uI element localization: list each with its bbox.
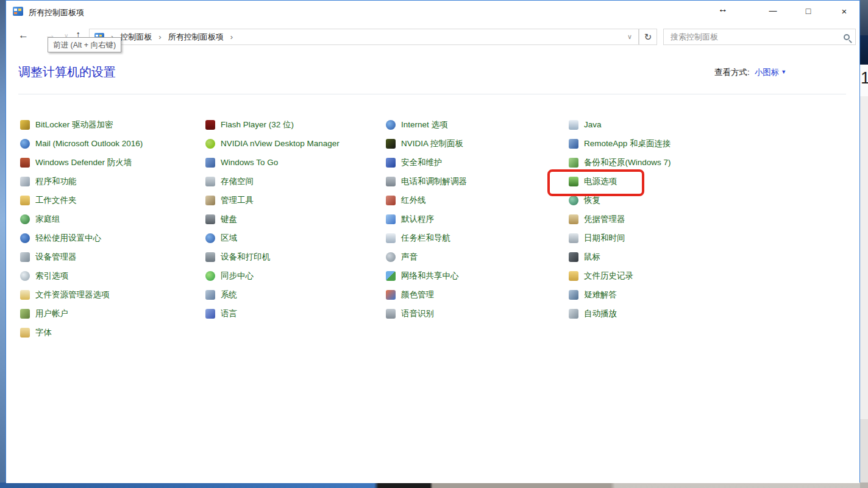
search-input[interactable] (669, 32, 844, 42)
control-panel-item[interactable]: 用户帐户 (20, 304, 205, 323)
control-panel-item[interactable]: 日期和时间 (569, 228, 752, 247)
item-label: 自动播放 (584, 308, 617, 319)
ease-of-access-icon (20, 233, 30, 243)
default-programs-icon (386, 214, 396, 224)
control-panel-item[interactable]: 轻松使用设置中心 (20, 228, 205, 247)
storage-spaces-icon (205, 177, 215, 186)
view-by-value-link[interactable]: 小图标 (755, 68, 780, 77)
view-by-control: 查看方式:小图标▼ (714, 67, 786, 78)
security-maintenance-flag-icon (386, 158, 396, 168)
control-panel-item[interactable]: 电源选项 (569, 172, 752, 191)
control-panel-item[interactable]: 网络和共享中心 (386, 266, 569, 285)
titlebar[interactable]: 所有控制面板项 ↔ — □ × (6, 1, 859, 24)
control-panel-item[interactable]: 设备和打印机 (205, 247, 386, 266)
forward-button-tooltip: 前进 (Alt + 向右键) (48, 37, 121, 52)
item-label: 家庭组 (35, 214, 60, 225)
control-panel-item[interactable]: 同步中心 (205, 266, 386, 285)
control-panel-item[interactable]: 红外线 (386, 191, 569, 210)
maximize-button[interactable]: □ (801, 6, 816, 16)
close-button[interactable]: × (837, 6, 852, 16)
item-label: Java (584, 120, 602, 129)
control-panel-item[interactable]: 声音 (386, 247, 569, 266)
control-panel-item[interactable]: 设备管理器 (20, 247, 205, 266)
control-panel-item[interactable]: 区域 (205, 228, 386, 247)
item-label: 安全和维护 (401, 157, 443, 168)
item-label: BitLocker 驱动器加密 (35, 119, 113, 130)
control-panel-item[interactable]: 程序和功能 (20, 172, 205, 191)
control-panel-item[interactable]: 索引选项 (20, 266, 205, 285)
device-manager-icon (20, 252, 30, 262)
control-panel-item[interactable]: 安全和维护 (386, 153, 569, 172)
keyboard-icon (205, 214, 215, 224)
control-panel-item[interactable]: 系统 (205, 285, 386, 304)
control-panel-item[interactable]: BitLocker 驱动器加密 (20, 115, 205, 134)
firewall-brick-icon (20, 158, 30, 168)
control-panel-item[interactable]: RemoteApp 和桌面连接 (569, 134, 752, 153)
breadcrumb-all-items[interactable]: 所有控制面板项 (168, 32, 224, 43)
control-panel-item[interactable]: 自动播放 (569, 304, 752, 323)
autoplay-icon (569, 309, 578, 319)
control-panel-item[interactable]: 颜色管理 (386, 285, 569, 304)
infrared-icon (386, 196, 396, 205)
remoteapp-icon (569, 139, 578, 149)
refresh-button[interactable]: ↻ (639, 29, 657, 45)
control-panel-item[interactable]: 键盘 (205, 210, 386, 228)
background-window-fragment (860, 419, 868, 483)
taskbar-navigation-icon (386, 233, 396, 243)
back-button[interactable]: ← (18, 29, 29, 41)
breadcrumb-control-panel[interactable]: 控制面板 (120, 32, 152, 43)
item-label: 设备和打印机 (221, 252, 270, 263)
item-label: 管理工具 (221, 195, 254, 206)
control-panel-item[interactable]: Internet 选项 (386, 115, 569, 134)
control-panel-item[interactable]: 凭据管理器 (569, 210, 752, 228)
control-panel-item[interactable]: Java (569, 115, 752, 134)
control-panel-item[interactable]: Windows To Go (205, 153, 386, 172)
control-panel-item[interactable]: 文件历史记录 (569, 266, 752, 285)
color-management-icon (386, 290, 396, 300)
resize-cursor-pointer: ↔ (718, 4, 728, 15)
background-window-fragment (860, 96, 868, 419)
window-title: 所有控制面板项 (29, 7, 84, 18)
control-panel-item[interactable]: 电话和调制解调器 (386, 172, 569, 191)
view-by-label: 查看方式: (714, 68, 750, 77)
control-panel-item[interactable]: 默认程序 (386, 210, 569, 228)
search-box[interactable] (663, 29, 856, 45)
header-divider (18, 94, 846, 94)
control-panel-item[interactable]: 文件资源管理器选项 (20, 285, 205, 304)
control-panel-item[interactable]: 存储空间 (205, 172, 386, 191)
file-history-icon (569, 271, 578, 281)
system-icon (205, 290, 215, 300)
control-panel-item[interactable]: NVIDIA 控制面板 (386, 134, 569, 153)
nvidia-control-panel-icon (386, 139, 396, 149)
control-panel-item[interactable]: 恢复 (569, 191, 752, 210)
control-panel-item[interactable]: 任务栏和导航 (386, 228, 569, 247)
region-icon (205, 233, 215, 243)
minimize-button[interactable]: — (766, 6, 780, 15)
control-panel-item[interactable]: 管理工具 (205, 191, 386, 210)
control-panel-item[interactable]: Flash Player (32 位) (205, 115, 386, 134)
sync-center-icon (205, 271, 215, 281)
item-label: 默认程序 (401, 214, 434, 225)
control-panel-item[interactable]: 鼠标 (569, 247, 752, 266)
control-panel-item[interactable]: 备份和还原(Windows 7) (569, 153, 752, 172)
address-bar[interactable]: › 控制面板 › 所有控制面板项 › ∨ (89, 29, 639, 45)
flash-player-icon (205, 120, 215, 130)
control-panel-item[interactable]: 语音识别 (386, 304, 569, 323)
control-panel-item[interactable]: 语言 (205, 304, 386, 323)
item-label: 疑难解答 (584, 289, 617, 300)
control-panel-item[interactable]: 家庭组 (20, 210, 205, 228)
control-panel-item[interactable]: 疑难解答 (569, 285, 752, 304)
control-panel-item[interactable]: Windows Defender 防火墙 (20, 153, 205, 172)
address-dropdown-chevron-icon[interactable]: ∨ (627, 33, 633, 41)
control-panel-item[interactable]: 字体 (20, 323, 205, 342)
chevron-down-icon[interactable]: ▼ (781, 69, 786, 75)
control-panel-item[interactable]: NVIDIA nView Desktop Manager (205, 134, 386, 153)
fonts-icon (20, 328, 30, 338)
desktop-background-left (0, 0, 5, 488)
breadcrumb-chevron-icon: › (230, 32, 233, 41)
desktop-background-bottom (0, 483, 860, 488)
item-label: Windows Defender 防火墙 (35, 157, 132, 168)
background-window-fragment (860, 35, 868, 65)
control-panel-item[interactable]: 工作文件夹 (20, 191, 205, 210)
control-panel-item[interactable]: Mail (Microsoft Outlook 2016) (20, 134, 205, 153)
